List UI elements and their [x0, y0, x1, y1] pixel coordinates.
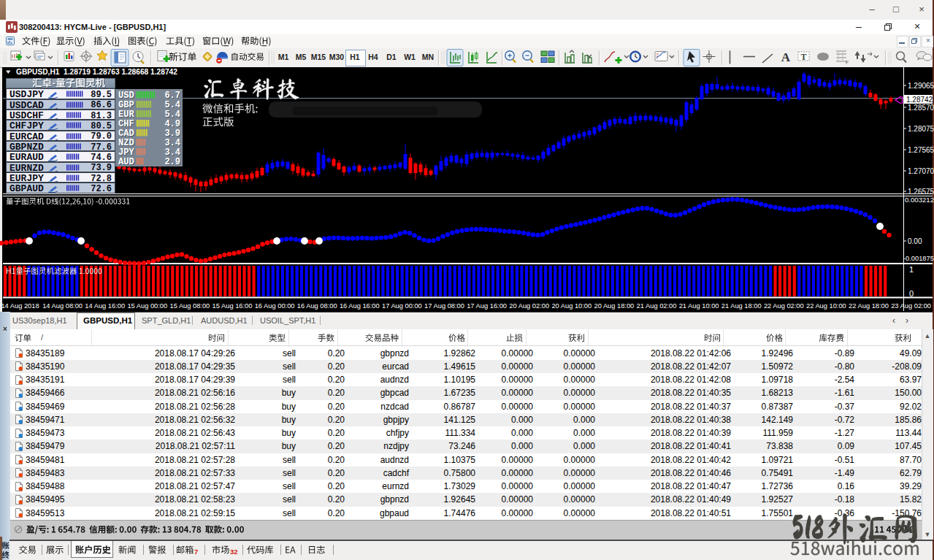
svg-text:1.27565: 1.27565: [908, 146, 934, 154]
svg-text:1.26575: 1.26575: [908, 188, 934, 196]
svg-text:14 Aug 08:00: 14 Aug 08:00: [42, 302, 83, 310]
svg-text:17 Aug 00:00: 17 Aug 00:00: [382, 302, 422, 310]
svg-text:16 Aug 00:00: 16 Aug 00:00: [255, 302, 295, 310]
svg-text:17 Aug 08:00: 17 Aug 08:00: [424, 302, 464, 310]
svg-text:1.28570: 1.28570: [908, 104, 934, 112]
svg-text:14 Aug 2018: 14 Aug 2018: [1, 302, 39, 310]
svg-text:22 Aug 10:00: 22 Aug 10:00: [806, 302, 846, 310]
svg-text:23 Aug 02:00: 23 Aug 02:00: [891, 302, 931, 310]
svg-text:14 Aug 16:00: 14 Aug 16:00: [85, 302, 125, 310]
svg-text:15 Aug 16:00: 15 Aug 16:00: [213, 302, 253, 310]
svg-text:21 Aug 10:00: 21 Aug 10:00: [679, 302, 719, 310]
svg-text:1: 1: [909, 265, 914, 274]
svg-text:16 Aug 08:00: 16 Aug 08:00: [297, 302, 337, 310]
svg-text:16 Aug 16:00: 16 Aug 16:00: [340, 302, 380, 310]
svg-text:1.29065: 1.29065: [908, 82, 934, 90]
svg-text:0.00: 0.00: [908, 237, 922, 245]
svg-text:20 Aug 10:00: 20 Aug 10:00: [551, 302, 592, 310]
svg-text:20 Aug 18:00: 20 Aug 18:00: [594, 302, 634, 310]
svg-text:21 Aug 18:00: 21 Aug 18:00: [721, 302, 762, 310]
svg-text:20 Aug 02:00: 20 Aug 02:00: [509, 302, 549, 310]
svg-text:-0.001875: -0.001875: [903, 255, 934, 262]
svg-text:1.27070: 1.27070: [908, 167, 934, 175]
svg-text:21 Aug 02:00: 21 Aug 02:00: [637, 302, 677, 310]
svg-text:15 Aug 00:00: 15 Aug 00:00: [127, 302, 167, 310]
svg-text:GBPUSD,H1 1.28719 1.28763 1.2: GBPUSD,H1 1.28719 1.28763 1.28668 1.2874…: [16, 68, 177, 76]
svg-text:15 Aug 08:00: 15 Aug 08:00: [169, 302, 210, 310]
svg-text:17 Aug 16:00: 17 Aug 16:00: [467, 302, 507, 310]
svg-text:1.28742: 1.28742: [906, 96, 933, 104]
svg-text:22 Aug 18:00: 22 Aug 18:00: [849, 302, 889, 310]
svg-text:22 Aug 02:00: 22 Aug 02:00: [764, 302, 804, 310]
svg-text:1.28075: 1.28075: [908, 125, 934, 133]
svg-text:0.003212: 0.003212: [905, 196, 934, 204]
svg-text:0: 0: [909, 289, 914, 298]
